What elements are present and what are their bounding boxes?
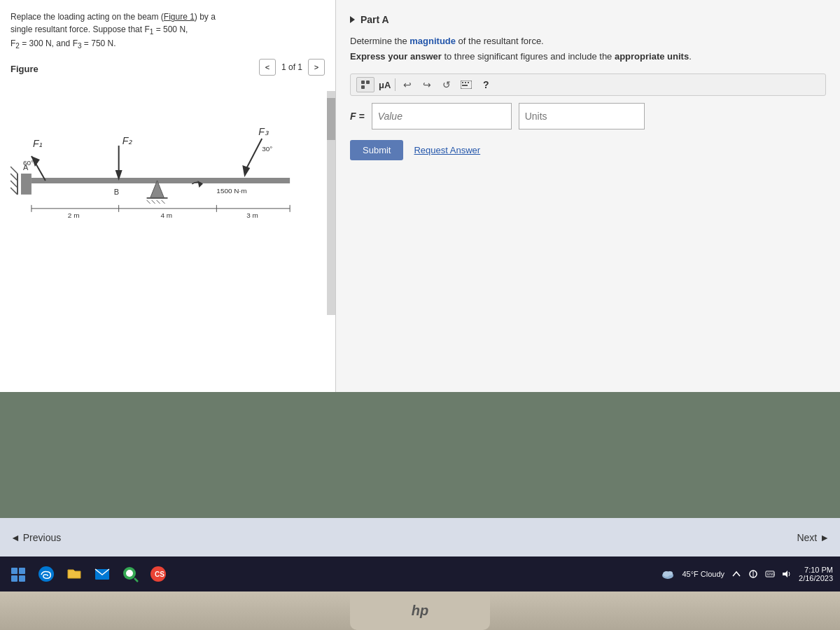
b-label: B — [114, 188, 119, 196]
volume-icon — [782, 569, 792, 579]
figure-label: Figure — [10, 64, 38, 74]
svg-line-12 — [162, 200, 165, 204]
svg-rect-28 — [366, 80, 370, 84]
hp-logo: hp — [412, 603, 428, 619]
svg-rect-37 — [11, 575, 18, 582]
taskbar: CS 45°F Cloudy ENG 7:10 PM 2/16/2023 — [0, 556, 840, 592]
angle-30-label: 30° — [262, 145, 272, 153]
weather-icon — [661, 568, 675, 580]
language-icon: ENG — [765, 569, 775, 579]
chevron-up-icon — [732, 569, 741, 579]
svg-rect-29 — [361, 85, 365, 89]
help-btn[interactable]: ? — [478, 77, 493, 92]
svg-rect-36 — [19, 568, 25, 574]
part-a-label: Part A — [360, 14, 389, 25]
dim-3m-label: 3 m — [246, 211, 258, 219]
figure-nav-text: 1 of 1 — [281, 62, 302, 72]
figure-prev-btn[interactable]: < — [259, 59, 276, 76]
toolbar-divider — [395, 78, 396, 91]
taskbar-file-icon[interactable] — [63, 563, 85, 585]
svg-text:ENG: ENG — [767, 572, 775, 576]
express-bold: Express your answer — [350, 51, 442, 62]
weather-text: 45°F Cloudy — [682, 570, 724, 578]
svg-point-48 — [667, 571, 673, 575]
dim-4m-label: 4 m — [161, 211, 173, 219]
scroll-thumb[interactable] — [327, 98, 335, 140]
taskbar-right: 45°F Cloudy ENG 7:10 PM 2/16/2023 — [661, 566, 833, 582]
taskbar-search-icon[interactable] — [119, 563, 141, 585]
highlight-magnitude: magnitude — [410, 36, 456, 46]
f-row: F = — [350, 103, 826, 130]
f2-label: F₂ — [122, 135, 133, 146]
scroll-track[interactable] — [327, 91, 335, 315]
taskbar-icon-1[interactable] — [7, 563, 29, 585]
taskbar-icon-5[interactable]: CS — [147, 563, 169, 585]
submit-btn[interactable]: Submit — [350, 140, 403, 160]
value-input[interactable] — [372, 103, 512, 130]
svg-line-4 — [10, 174, 18, 181]
svg-point-42 — [126, 570, 133, 577]
units-input[interactable] — [519, 103, 645, 130]
svg-line-10 — [152, 200, 155, 204]
figure-ref: Figure 1 — [164, 12, 195, 22]
svg-rect-1 — [21, 174, 31, 195]
hp-area: hp — [350, 592, 490, 630]
svg-line-6 — [10, 188, 18, 195]
svg-line-11 — [157, 200, 160, 204]
svg-line-9 — [147, 200, 150, 204]
taskbar-mail-icon[interactable] — [91, 563, 113, 585]
svg-line-3 — [10, 167, 18, 174]
svg-marker-18 — [242, 165, 250, 177]
moment-label: 1500 N·m — [216, 187, 246, 195]
svg-line-43 — [134, 578, 138, 582]
svg-rect-35 — [11, 568, 18, 574]
submit-row: Submit Request Answer — [350, 140, 826, 160]
right-panel: Part A Determine the magnitude of the re… — [336, 0, 840, 392]
svg-rect-27 — [361, 80, 365, 84]
problem-text: Replace the loading acting on the beam (… — [10, 10, 325, 52]
a-label: A — [23, 163, 29, 172]
f-label: F = — [350, 111, 365, 122]
keyboard-btn[interactable] — [458, 77, 474, 92]
svg-line-5 — [10, 181, 18, 188]
taskbar-edge-icon[interactable] — [35, 563, 57, 585]
determine-text: Determine the magnitude of the resultant… — [350, 36, 826, 46]
dim-2m-label: 2 m — [68, 211, 80, 219]
answer-toolbar: μA ↩ ↪ ↺ ? — [350, 74, 826, 96]
f1-label: F₁ — [33, 138, 43, 149]
network-icon — [748, 569, 758, 579]
bottom-nav: ◄ Previous Next ► — [0, 518, 840, 556]
f3-label: F₃ — [258, 126, 269, 137]
laptop-bottom: hp — [0, 592, 840, 630]
svg-marker-53 — [783, 570, 788, 578]
diagram-container: F₁ 60° F₂ F₃ 30° B A 1500 — [10, 90, 325, 230]
svg-rect-34 — [462, 85, 468, 86]
svg-text:CS: CS — [155, 570, 164, 578]
date-text: 2/16/2023 — [799, 574, 833, 582]
request-answer-link[interactable]: Request Answer — [414, 145, 480, 155]
figure-next-btn[interactable]: > — [308, 59, 325, 76]
svg-rect-38 — [19, 575, 25, 582]
undo-btn[interactable]: ↩ — [400, 77, 415, 92]
time-display: 7:10 PM 2/16/2023 — [799, 566, 833, 582]
time-text: 7:10 PM — [799, 566, 833, 574]
express-text: Express your answer to three significant… — [350, 50, 826, 63]
redo-btn[interactable]: ↪ — [419, 77, 435, 92]
reset-btn[interactable]: ↺ — [439, 77, 454, 92]
svg-rect-33 — [468, 82, 469, 83]
collapse-icon[interactable] — [350, 16, 355, 23]
svg-rect-31 — [462, 82, 463, 83]
part-a-header: Part A — [350, 14, 826, 25]
figure-nav: < 1 of 1 > — [259, 59, 325, 76]
format-btn[interactable] — [356, 77, 374, 92]
left-panel: Replace the loading acting on the beam (… — [0, 0, 336, 392]
svg-rect-32 — [465, 82, 466, 83]
diagram-svg: F₁ 60° F₂ F₃ 30° B A 1500 — [10, 90, 325, 230]
svg-point-39 — [38, 566, 54, 582]
previous-button[interactable]: ◄ Previous — [10, 532, 61, 543]
mu-a-symbol: μA — [379, 80, 391, 90]
next-button[interactable]: Next ► — [797, 532, 830, 543]
